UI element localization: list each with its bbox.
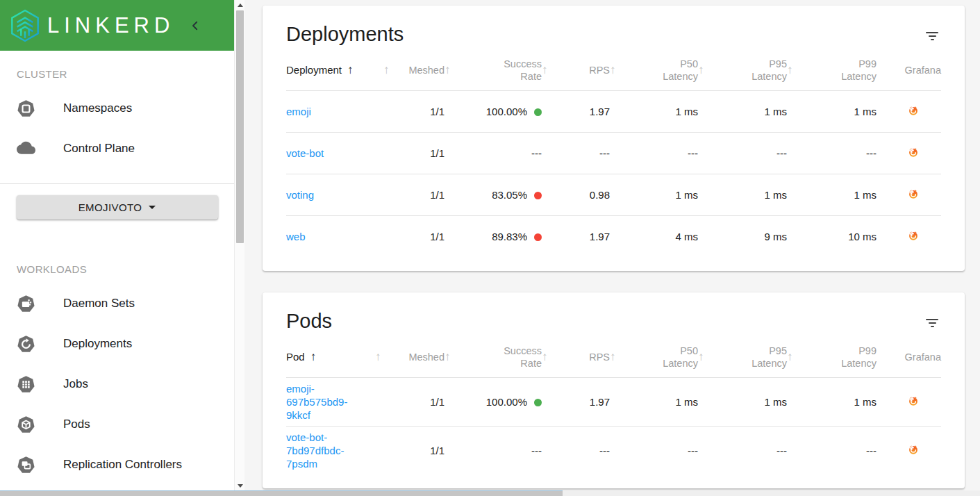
grafana-link[interactable] [908, 188, 919, 199]
table-row: vote-bot-7bd97dfbdc-7psdm1/1------------… [286, 426, 941, 474]
column-header-p99-latency[interactable]: ↑P99 Latency [787, 337, 877, 377]
cell-value: 1 ms [764, 189, 787, 201]
cell-rps: --- [542, 426, 610, 474]
column-label: Pod [286, 351, 305, 363]
namespace-selector[interactable]: EMOJIVOTO [17, 195, 218, 220]
cell-value: 1/1 [430, 189, 445, 201]
column-header-p50-latency[interactable]: ↑P50 Latency [610, 50, 698, 90]
cell-value: 1/1 [430, 147, 445, 159]
sort-arrow-icon: ↑ [698, 351, 704, 363]
scroll-down-button[interactable] [235, 481, 245, 490]
cell-value: 1 ms [675, 396, 698, 408]
cell-grafana [877, 377, 941, 426]
deployments-icon [17, 335, 35, 354]
column-header-p95-latency[interactable]: ↑P95 Latency [698, 50, 787, 90]
column-label: P50 Latency [654, 58, 698, 83]
sidebar-collapse-button[interactable] [185, 16, 205, 35]
column-label: Deployment [286, 64, 342, 76]
column-header-rps[interactable]: ↑RPS [542, 337, 610, 377]
sidebar-item-label: Jobs [63, 377, 88, 391]
deployments-table: Deployment↑↑Meshed↑Success Rate↑RPS↑P50 … [286, 50, 941, 257]
grafana-link[interactable] [908, 105, 919, 116]
sidebar-item-control-plane[interactable]: Control Plane [0, 129, 234, 169]
column-header-p50-latency[interactable]: ↑P50 Latency [610, 337, 698, 377]
cell-p95: --- [698, 132, 787, 174]
triangle-up-icon [238, 3, 243, 7]
pods-card-title: Pods [286, 310, 332, 333]
cell-value: 1 ms [854, 106, 877, 117]
chevron-left-icon [189, 19, 201, 32]
app-title: LINKERD [47, 13, 174, 38]
sidebar-item-jobs[interactable]: Jobs [0, 364, 234, 404]
resource-link[interactable]: vote-bot-7bd97dfbdc-7psdm [286, 431, 358, 470]
sidebar-item-namespaces[interactable]: Namespaces [0, 88, 234, 129]
deployments-card: Deployments Deployment↑↑Meshed↑Success R… [263, 6, 965, 271]
cell-p50: 4 ms [610, 215, 698, 257]
column-header-meshed[interactable]: ↑Meshed [375, 337, 445, 377]
cell-p99: --- [787, 132, 877, 174]
cell-p50: --- [610, 426, 698, 474]
sidebar-item-daemon-sets[interactable]: Daemon Sets [0, 283, 234, 324]
grafana-link[interactable] [908, 395, 919, 406]
cell-meshed: 1/1 [375, 426, 445, 474]
scroll-up-button[interactable] [235, 0, 245, 10]
column-header-p99-latency[interactable]: ↑P99 Latency [787, 50, 877, 90]
sort-arrow-icon: ↑ [698, 64, 704, 76]
cell-rps: --- [542, 132, 610, 174]
cell-value: 4 ms [675, 231, 698, 242]
cell-value: 10 ms [848, 231, 877, 242]
status-dot-bad [534, 192, 542, 199]
sidebar-item-pods[interactable]: Pods [0, 404, 234, 445]
cell-value: 1 ms [764, 396, 787, 408]
cell-meshed: 1/1 [383, 215, 445, 257]
horizontal-scrollbar-thumb[interactable] [0, 490, 563, 496]
resource-link[interactable]: emoji-697b575bd9-9kkcf [286, 382, 358, 422]
grafana-link[interactable] [908, 230, 919, 241]
resource-link[interactable]: web [286, 231, 306, 242]
workloads-nav: Daemon SetsDeploymentsJobsPodsReplicatio… [0, 283, 234, 496]
cell-value: 1/1 [430, 106, 445, 117]
cell-grafana [877, 132, 941, 174]
sidebar-scrollbar [234, 0, 244, 496]
filter-icon [926, 319, 938, 320]
sidebar: LINKERD CLUSTER NamespacesControl Plane … [0, 0, 234, 496]
column-header-deployment[interactable]: Deployment↑ [286, 50, 383, 90]
cell-name: vote-bot [286, 132, 383, 174]
column-header-success-rate[interactable]: ↑Success Rate [445, 50, 542, 90]
resource-link[interactable]: vote-bot [286, 147, 324, 159]
deployments-card-title: Deployments [286, 23, 404, 46]
cell-value: 1.97 [590, 231, 610, 242]
status-dot-good [534, 399, 542, 406]
replication-controllers-icon [17, 456, 35, 474]
column-label: RPS [589, 64, 610, 76]
pods-icon [17, 415, 35, 434]
resource-link[interactable]: emoji [286, 106, 311, 117]
sidebar-item-label: Daemon Sets [63, 297, 135, 311]
pods-card: Pods Pod↑↑Meshed↑Success Rate↑RPS↑P50 La… [263, 292, 965, 488]
cell-rps: 1.97 [542, 215, 610, 257]
cell-p50: 1 ms [610, 377, 698, 426]
sidebar-item-replication-controllers[interactable]: Replication Controllers [0, 445, 234, 485]
column-header-rps[interactable]: ↑RPS [542, 50, 610, 90]
grafana-link[interactable] [908, 147, 919, 158]
filter-button[interactable] [923, 28, 941, 44]
pods-table: Pod↑↑Meshed↑Success Rate↑RPS↑P50 Latency… [286, 337, 941, 474]
column-header-success-rate[interactable]: ↑Success Rate [445, 337, 542, 377]
column-label: Meshed [408, 64, 445, 76]
sort-arrow-icon: ↑ [383, 64, 390, 76]
sidebar-item-label: Replication Controllers [63, 458, 182, 472]
column-header-meshed[interactable]: ↑Meshed [383, 50, 445, 90]
cell-meshed: 1/1 [383, 174, 445, 215]
grafana-link[interactable] [908, 444, 919, 455]
column-header-p95-latency[interactable]: ↑P95 Latency [698, 337, 787, 377]
column-label: Meshed [408, 351, 445, 363]
filter-button[interactable] [923, 315, 941, 331]
cell-value: 83.05% [492, 189, 527, 201]
sidebar-item-deployments[interactable]: Deployments [0, 324, 234, 364]
cell-p50: 1 ms [610, 174, 698, 215]
sidebar-scrollbar-thumb[interactable] [236, 10, 244, 243]
column-label: Success Rate [497, 58, 542, 83]
column-header-pod[interactable]: Pod↑ [286, 337, 375, 377]
resource-link[interactable]: voting [286, 189, 314, 201]
column-label: P95 Latency [742, 345, 787, 370]
